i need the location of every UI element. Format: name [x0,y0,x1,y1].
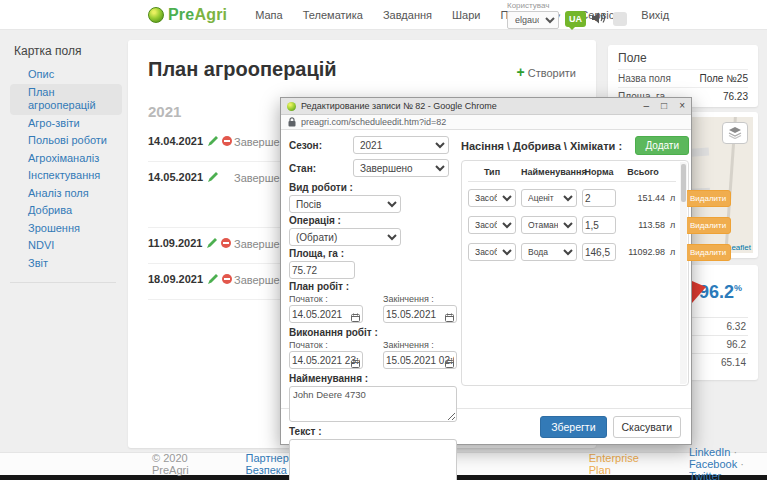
material-row: Засоби Аценіт 151.44 л Видалити [468,189,676,207]
col-type: Тип [468,167,516,177]
material-name-select[interactable]: Вода [521,243,577,261]
window-titlebar[interactable]: Редактирование записи № 82 - Google Chro… [281,98,691,115]
address-bar[interactable]: preagri.com/scheduleedit.htm?id=82 [281,115,691,130]
text-textarea[interactable] [289,439,457,480]
save-button[interactable]: Зберегти [540,416,606,438]
material-name-select[interactable]: Отаман Екст [521,216,577,234]
scrollbar-thumb[interactable] [681,164,686,202]
sidebar-item-field-analysis[interactable]: Аналіз поля [0,185,126,203]
season-select[interactable]: 2021 [353,136,449,154]
delete-material-button[interactable]: Видалити [685,190,731,207]
area-label: Площа, га : [289,248,459,259]
delete-material-button[interactable]: Видалити [685,217,731,234]
sidebar-item-agro-operations-plan[interactable]: План агрооперацій [10,84,122,115]
material-rate-input[interactable] [582,189,616,207]
edit-record-window: Редактирование записи № 82 - Google Chro… [280,97,692,445]
nav-item-layers[interactable]: Шари [452,9,480,21]
widget-tile[interactable] [613,12,627,26]
operation-date: 11.09.2021 [148,237,202,249]
material-rate-input[interactable] [582,243,616,261]
col-rate: Норма [582,167,616,177]
minimize-button[interactable]: – [644,101,650,111]
sidebar-item-agro-reports[interactable]: Агро-звіти [0,115,126,133]
edit-icon[interactable] [208,136,218,146]
state-select[interactable]: Завершено [353,159,449,177]
state-label: Стан: [289,163,353,174]
operation-date: 14.04.2021 [148,135,203,147]
cancel-button[interactable]: Скасувати [613,416,682,438]
add-material-button[interactable]: Додати [635,136,689,155]
linkedin-link[interactable]: LinkedIn [689,446,731,458]
edit-form: Сезон: 2021 Стан: Завершено Вид роботи :… [281,130,691,408]
nav-item-telematics[interactable]: Телематика [303,9,363,21]
sidebar-title: Картка поля [0,40,126,66]
delete-icon[interactable] [221,238,231,248]
material-unit: л [670,193,680,203]
trend-arrow-icon [692,281,706,303]
work-type-select[interactable]: Посів [289,195,401,213]
social-links: LinkedInFacebookTwitter [689,446,767,480]
exec-end-label: Закінчення : [383,340,457,350]
calendar-icon[interactable] [445,358,454,370]
sidebar-item-ndvi[interactable]: NDVI [0,237,126,255]
sidebar-item-inspection[interactable]: Інспектування [0,167,126,185]
material-unit: л [670,247,680,257]
sidebar-item-fertilizers[interactable]: Добрива [0,202,126,220]
execution-works-label: Виконання робіт : [289,327,459,338]
nav-item-logout[interactable]: Вихід [641,9,669,21]
copyright-text: © 2020 PreAgri [152,452,194,476]
sidebar-item-irrigation[interactable]: Зрошення [0,220,126,238]
col-name: Найменування [521,167,577,177]
close-button[interactable]: × [679,101,685,111]
delete-material-button[interactable]: Видалити [685,244,731,261]
sidebar-item-agrochem-analysis[interactable]: Агрохіманаліз [0,150,126,168]
operation-date: 18.09.2021 [148,273,203,285]
materials-title: Насіння \ Добрива \ Хімікати : [461,140,622,152]
area-input[interactable] [289,261,355,279]
name-label: Найменування : [289,373,459,384]
delete-icon[interactable] [222,274,232,284]
nav-item-map[interactable]: Мапа [255,9,282,21]
field-name-value: Поле №25 [699,73,748,84]
material-type-select[interactable]: Засоби [468,243,516,261]
edit-icon[interactable] [207,238,217,248]
brand-logo[interactable]: PreAgri [148,6,227,24]
language-badge[interactable]: UA [565,11,586,27]
nav-item-tasks[interactable]: Завдання [383,9,432,21]
brand-text: PreAgri [168,6,227,24]
edit-icon[interactable] [208,274,218,284]
plan-end-label: Закінчення : [383,294,457,304]
work-type-label: Вид роботи : [289,182,459,193]
calendar-icon[interactable] [445,312,454,324]
sidebar-item-field-works[interactable]: Польові роботи [0,132,126,150]
sidebar-item-description[interactable]: Опис [0,66,126,84]
page-title: План агрооперацій [148,58,337,81]
sidebar: Картка поля Опис План агрооперацій Агро-… [0,40,126,283]
delete-icon[interactable] [222,136,232,146]
maximize-button[interactable]: □ [661,101,667,111]
calendar-icon[interactable] [351,358,360,370]
material-type-select[interactable]: Засоби [468,189,516,207]
field-area-value: 76.23 [723,91,748,102]
sidebar-item-report[interactable]: Звіт [0,255,126,273]
edit-icon[interactable] [208,172,218,182]
footer-link-partners[interactable]: Партнери [246,452,295,464]
sidebar-divider [10,282,116,283]
create-button[interactable]: +Створити [517,64,576,80]
material-name-select[interactable]: Аценіт [521,189,577,207]
material-row: Засоби Вода 11092.98 л Видалити [468,243,676,261]
scrollbar-track[interactable] [680,162,687,384]
calendar-icon[interactable] [351,312,360,324]
map-layers-button[interactable] [722,122,748,144]
user-select[interactable]: elgaucho [507,11,559,29]
material-type-select[interactable]: Засоби [468,216,516,234]
operation-select[interactable]: (Обрати) [289,228,401,246]
favicon [287,102,296,111]
operation-label: Операція : [289,215,459,226]
materials-table: Тип Найменування Норма Всього Засоби Аце… [461,160,689,386]
speaker-icon[interactable] [592,12,605,26]
material-rate-input[interactable] [582,216,616,234]
material-total: 113.58 [621,220,665,230]
enterprise-plan-link[interactable]: Enterprise Plan [589,452,639,476]
name-textarea[interactable]: John Deere 4730 [289,386,457,422]
